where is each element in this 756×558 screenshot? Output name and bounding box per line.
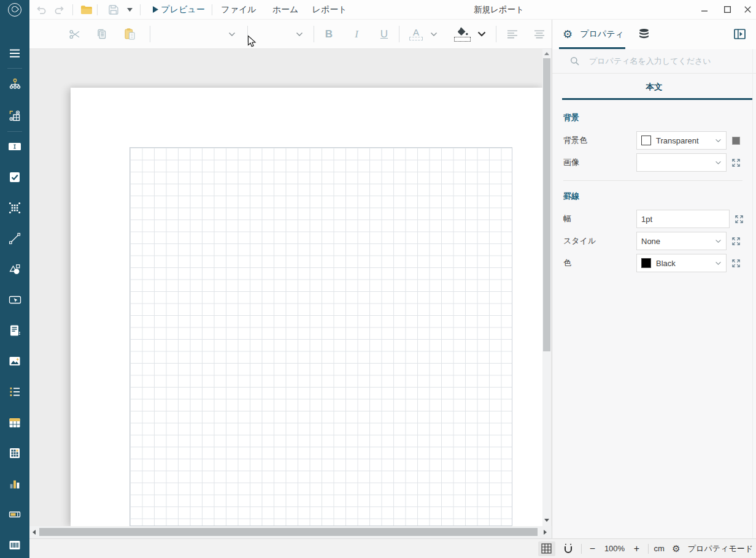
search-icon [570, 56, 579, 66]
panel-scrollbar-track [752, 49, 753, 538]
zoom-level[interactable]: 100% [604, 544, 626, 553]
gear-icon: ⚙ [563, 29, 573, 40]
tool-list-button[interactable] [0, 378, 29, 405]
app-logo-icon [8, 3, 21, 17]
chart-icon [9, 478, 21, 490]
property-mode-gear-button[interactable]: ⚙ [670, 541, 682, 556]
properties-tab-label: プロパティ [580, 29, 624, 40]
table-icon [9, 417, 21, 429]
horizontal-scrollbar[interactable] [29, 526, 552, 538]
font-color-chevron[interactable] [428, 20, 439, 48]
align-left-button[interactable] [503, 20, 522, 48]
copy-button[interactable] [93, 20, 110, 48]
tool-barcode-button[interactable] [0, 532, 29, 558]
tool-checkbox-button[interactable] [0, 164, 29, 191]
design-canvas[interactable] [29, 49, 552, 538]
tab-properties[interactable]: ⚙ プロパティ [563, 20, 624, 48]
tool-layout-grid-button[interactable] [0, 102, 29, 129]
bold-button[interactable]: B [320, 20, 338, 48]
preview-button[interactable]: プレビュー [162, 0, 204, 19]
save-button[interactable] [106, 0, 122, 19]
fill-color-chevron[interactable] [475, 20, 488, 48]
chevron-down-icon [477, 31, 486, 37]
snap-to-grid-button[interactable] [561, 541, 576, 556]
tab-data-sources[interactable] [638, 20, 650, 48]
report-page[interactable] [71, 88, 542, 526]
tab-file[interactable]: ファイル [223, 0, 255, 19]
border-color-value: Black [656, 259, 676, 268]
font-size-select[interactable] [253, 20, 290, 48]
border-color-expand-button[interactable] [729, 259, 742, 268]
sidebar-separator [7, 68, 22, 69]
vertical-scrollbar[interactable] [542, 49, 551, 526]
main-menu-button[interactable] [0, 40, 29, 67]
border-width-expand-button[interactable] [732, 215, 746, 224]
tool-table-button[interactable] [0, 409, 29, 436]
align-center-button[interactable] [530, 20, 549, 48]
design-grid-area[interactable] [129, 147, 512, 526]
property-mode-label[interactable]: プロパティモード [688, 543, 753, 554]
scroll-up-arrow[interactable] [544, 52, 549, 55]
shapes-icon [9, 263, 21, 275]
border-style-dropdown[interactable]: None [636, 232, 727, 250]
undo-button[interactable] [32, 0, 49, 19]
tool-hierarchy-button[interactable] [0, 71, 29, 97]
font-color-button[interactable]: A [406, 20, 426, 48]
tab-report[interactable]: レポート [313, 0, 346, 19]
redo-button[interactable] [52, 0, 69, 19]
scope-tab-indicator [562, 98, 752, 100]
cut-button[interactable] [66, 20, 83, 48]
unit-selector[interactable]: cm [654, 544, 665, 553]
image-dropdown[interactable] [636, 153, 727, 172]
save-menu-button[interactable] [124, 0, 135, 19]
tool-bullet-graph-button[interactable] [0, 501, 29, 528]
undo-icon [35, 5, 46, 15]
minimize-button[interactable] [695, 0, 714, 19]
open-button[interactable] [79, 0, 94, 19]
scroll-right-arrow[interactable] [544, 530, 547, 535]
tool-chart-button[interactable] [0, 470, 29, 497]
collapse-panel-button[interactable] [734, 20, 746, 48]
italic-button[interactable]: I [348, 20, 365, 48]
underline-button[interactable]: U [376, 20, 393, 48]
zoom-in-button[interactable]: + [631, 541, 642, 556]
chevron-down-icon [715, 139, 722, 143]
maximize-button[interactable] [718, 0, 736, 19]
database-icon [638, 28, 650, 40]
background-color-dropdown[interactable]: Transparent [636, 131, 727, 150]
chevron-down-icon [715, 261, 722, 266]
fill-color-button[interactable] [452, 20, 472, 48]
font-family-chevron[interactable] [226, 20, 238, 48]
border-style-expand-button[interactable] [729, 237, 742, 246]
image-expand-button[interactable] [729, 158, 742, 167]
tool-shapes-button[interactable] [0, 256, 29, 283]
border-color-dropdown[interactable]: Black [636, 254, 727, 272]
close-button[interactable] [738, 0, 756, 19]
zoom-out-button[interactable]: − [587, 541, 598, 556]
property-search-input[interactable] [588, 56, 756, 66]
paste-button[interactable] [120, 20, 139, 48]
tool-matrix-button[interactable] [0, 440, 29, 467]
scroll-left-arrow[interactable] [33, 530, 36, 535]
border-width-input[interactable] [636, 210, 730, 228]
app-logo[interactable] [0, 0, 29, 20]
fill-bucket-icon [456, 27, 469, 36]
chevron-down-icon [127, 8, 133, 12]
tool-button-control-button[interactable] [0, 286, 29, 313]
tab-body-scope[interactable]: 本文 [552, 82, 756, 93]
font-size-chevron[interactable] [293, 20, 306, 48]
tool-richtext-button[interactable] [0, 317, 29, 344]
tool-line-button[interactable] [0, 225, 29, 252]
tool-textbox-button[interactable] [0, 133, 29, 160]
toolbox-sidebar [0, 20, 29, 558]
tool-tablix-button[interactable] [0, 194, 29, 221]
tool-image-button[interactable] [0, 348, 29, 375]
horizontal-scroll-thumb[interactable] [39, 528, 538, 536]
toggle-grid-button[interactable] [538, 541, 555, 556]
checkbox-icon [9, 171, 21, 183]
background-color-detail-button[interactable] [729, 137, 742, 145]
vertical-scroll-thumb[interactable] [543, 58, 550, 351]
paste-icon [124, 28, 136, 40]
scroll-down-arrow[interactable] [544, 519, 549, 522]
tab-home[interactable]: ホーム [271, 0, 299, 19]
